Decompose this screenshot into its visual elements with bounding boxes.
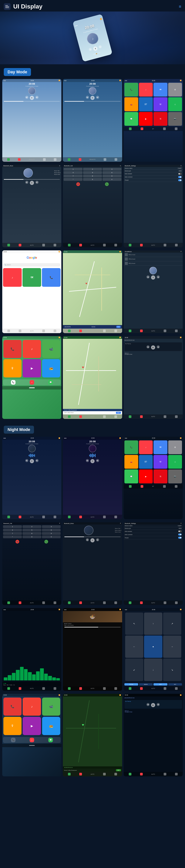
dock-1[interactable]: 📞 (11, 380, 16, 384)
m2-nav[interactable] (103, 415, 106, 418)
m2-phone[interactable] (68, 415, 71, 418)
music-icon[interactable] (18, 158, 21, 161)
bt-set-close[interactable]: ✕ (181, 165, 182, 167)
nios-stream[interactable]: ▶ (23, 717, 41, 735)
map-phone[interactable] (68, 330, 71, 332)
nnb-nav[interactable] (164, 687, 166, 690)
m2-set[interactable] (114, 415, 117, 418)
nm-go-btn[interactable]: GO (116, 769, 121, 771)
cp-music[interactable]: ♪ (3, 268, 22, 287)
btm-nav[interactable] (42, 244, 45, 246)
nios-pod[interactable]: 🎙 (3, 717, 22, 735)
np-next[interactable]: ⏭ (157, 345, 160, 348)
nm1-next[interactable]: ⏭ (35, 459, 38, 462)
nios-d3[interactable]: 💬 (48, 738, 53, 742)
set-music[interactable] (140, 244, 143, 246)
nag-waze[interactable]: W (154, 455, 167, 469)
nbm-prev[interactable]: ⏮ (86, 538, 89, 541)
nios-video[interactable]: 📹 (42, 698, 60, 716)
prev-btn[interactable]: ⏮ (88, 48, 92, 51)
nk-2[interactable]: 2 (23, 525, 41, 528)
appgrid-phone[interactable] (129, 127, 132, 130)
google-search-bar[interactable]: 🔍 Search (3, 263, 60, 267)
gb-icon1[interactable] (7, 330, 10, 332)
ns-answer-toggle[interactable] (178, 530, 182, 532)
nag-msg[interactable]: 💬 (125, 469, 138, 483)
nk-star[interactable]: * (3, 535, 22, 538)
nag-settings[interactable]: ⚙ (168, 440, 182, 454)
nm1-set[interactable] (54, 516, 56, 518)
nav-down[interactable]: ↓ (144, 658, 162, 681)
nk-5[interactable]: 5 (23, 529, 41, 531)
map-nav[interactable] (103, 330, 106, 332)
ml-play[interactable]: ⏸ (151, 275, 155, 280)
nnp-music[interactable] (140, 773, 143, 775)
ios-facetime[interactable]: 📹 (42, 340, 60, 358)
nbm-nav[interactable] (103, 601, 106, 604)
bt-prev[interactable]: ⏮ (25, 181, 28, 184)
nnb-phone[interactable] (129, 687, 131, 690)
cp-phone[interactable]: 📞 (42, 268, 60, 287)
call-set[interactable] (114, 244, 117, 246)
phone-icon[interactable] (7, 158, 10, 161)
go-button[interactable]: GO (116, 326, 121, 328)
np-prev[interactable]: ⏮ (147, 345, 150, 348)
nag-netflix[interactable]: N (154, 469, 167, 483)
auto-answer-toggle[interactable] (178, 173, 182, 175)
key-6[interactable]: 6 (103, 171, 122, 174)
nnp-set[interactable] (175, 773, 178, 775)
app-netflix[interactable]: N (154, 112, 167, 126)
call-phone[interactable] (68, 244, 71, 246)
nag-maps[interactable]: 🗺 (154, 440, 167, 454)
bt-music-close[interactable]: ✕ (59, 165, 60, 167)
ml-nav[interactable] (164, 330, 166, 332)
nnb-btn1[interactable]: PHONE (125, 683, 138, 685)
ml-close[interactable]: ✕ (181, 251, 182, 252)
ios-podcast[interactable]: 🎙 (3, 359, 22, 377)
nag-b-nav[interactable] (163, 485, 166, 488)
nm1-nav[interactable] (42, 516, 45, 518)
nav-icon-bottom[interactable] (43, 158, 46, 161)
set-phone[interactable] (129, 244, 131, 246)
key-4[interactable]: 4 (63, 171, 82, 174)
nc-nav[interactable] (42, 601, 45, 604)
m2-music[interactable] (79, 415, 82, 418)
nk-1[interactable]: 1 (3, 525, 22, 528)
ns-phone[interactable] (129, 601, 131, 604)
nios-phone[interactable]: 📞 (3, 698, 22, 716)
nm2-set[interactable] (114, 516, 117, 518)
flower-toggle[interactable] (178, 179, 182, 181)
app-spotify[interactable]: ♫ (168, 97, 182, 111)
ml-phone[interactable] (129, 330, 131, 332)
ml-next[interactable]: ⏭ (157, 275, 160, 278)
nav-downleft[interactable]: ↙ (125, 658, 143, 681)
nk-8[interactable]: 8 (23, 532, 41, 535)
nag-camera[interactable]: 📷 (168, 469, 182, 483)
cp-maps[interactable]: 🗺 (23, 268, 41, 287)
nc-music[interactable] (19, 601, 21, 604)
nk-4[interactable]: 4 (3, 529, 22, 531)
key-1[interactable]: 1 (63, 168, 82, 170)
next-btn[interactable]: ⏭ (98, 45, 102, 49)
nf-phone[interactable] (68, 687, 71, 690)
nag-car[interactable]: 🚗 (125, 455, 138, 469)
bt-call-close[interactable]: ✕ (120, 165, 121, 167)
nm2-next[interactable]: ⏭ (96, 459, 99, 462)
call-music[interactable] (79, 244, 82, 246)
nag-b-music[interactable] (141, 485, 143, 488)
gb-icon4[interactable] (54, 330, 56, 332)
gb-icon3[interactable] (42, 330, 45, 332)
nm-nav[interactable] (103, 773, 106, 775)
key-9[interactable]: 9 (103, 175, 122, 178)
ml-set[interactable] (175, 330, 178, 332)
key-2[interactable]: 2 (83, 168, 102, 170)
btm-phone[interactable] (7, 244, 10, 246)
app-msg[interactable]: 💬 (125, 112, 138, 126)
nk-6[interactable]: 6 (42, 529, 61, 531)
app-settings[interactable]: ⚙ (168, 83, 182, 96)
music2[interactable] (79, 158, 81, 161)
btm-music[interactable] (19, 244, 21, 246)
nag-phone[interactable]: 📞 (125, 440, 138, 454)
nw-phone[interactable] (7, 687, 10, 690)
nios-d1[interactable]: 📞 (11, 738, 16, 742)
